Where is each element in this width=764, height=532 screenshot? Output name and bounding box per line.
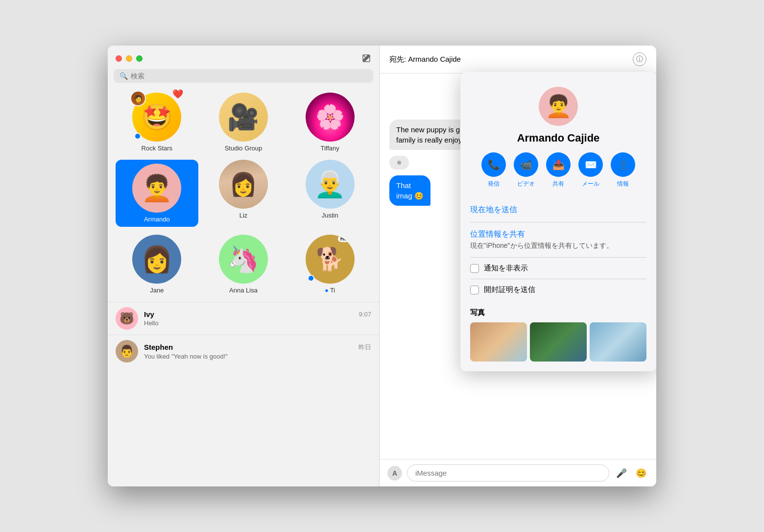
pinned-contact-ti[interactable]: 🐕 Hey! ●Ti <box>288 235 371 294</box>
ivy-conv-name: Ivy <box>144 310 154 318</box>
justin-label: Justin <box>322 212 338 219</box>
traffic-lights <box>116 55 143 62</box>
tiffany-label: Tiffany <box>321 145 339 152</box>
typing-dot-1 <box>397 161 401 165</box>
search-input[interactable] <box>131 72 367 80</box>
detail-photo-2[interactable] <box>530 322 587 362</box>
jane-emoji: 👩 <box>141 244 173 274</box>
anna-lisa-emoji: 🦄 <box>227 244 259 274</box>
location-share-item[interactable]: 位置情報を共有 現在"iPhone"から位置情報を共有しています。 <box>470 222 646 258</box>
pinned-contact-justin[interactable]: 👨‍🦳 Justin <box>288 160 371 227</box>
share-icon: 📤 <box>552 159 565 170</box>
justin-emoji: 👨‍🦳 <box>314 169 346 199</box>
armando-avatar-emoji: 🧑‍🦱 <box>141 173 173 203</box>
receipt-label: 開封証明を送信 <box>484 285 535 294</box>
info-action-label: 情報 <box>617 180 629 188</box>
chat-title-name: Armando Cajide <box>408 55 461 63</box>
detail-action-call[interactable]: 📞 発信 <box>481 152 506 188</box>
left-panel: 🔍 🤩 🧑 ❤️ Rock Stars <box>108 46 380 486</box>
rock-stars-label: Rock Stars <box>142 145 173 152</box>
location-share-label: 位置情報を共有 <box>470 230 525 238</box>
mute-label: 通知を非表示 <box>484 264 528 273</box>
emoji-icon: 😊 <box>636 468 646 479</box>
mail-label: メール <box>582 180 599 188</box>
info-icon: ⓘ <box>636 55 643 64</box>
pinned-contact-rock-stars[interactable]: 🤩 🧑 ❤️ Rock Stars <box>116 93 198 152</box>
mute-notifications-row[interactable]: 通知を非表示 <box>470 258 646 279</box>
share-label: 共有 <box>552 180 564 188</box>
jane-avatar: 👩 <box>132 235 181 284</box>
share-icon-bg: 📤 <box>546 152 571 177</box>
video-icon-bg: 📹 <box>514 152 538 177</box>
info-action-icon-bg: 👤 <box>611 152 635 177</box>
right-panel: 宛先: Armando Cajide ⓘ It wasthe ot... The… <box>380 46 656 486</box>
location-send-label: 現在地を送信 <box>470 205 517 214</box>
stephen-conv-avatar: 👨 <box>116 340 138 363</box>
rock-stars-avatar-wrap: 🤩 🧑 ❤️ <box>132 93 181 142</box>
detail-photos-section: 写真 <box>460 300 656 362</box>
chat-title-prefix: 宛先: <box>389 55 408 63</box>
detail-action-share[interactable]: 📤 共有 <box>546 152 571 188</box>
info-action-icon: 👤 <box>617 159 629 170</box>
detail-action-video[interactable]: 📹 ビデオ <box>514 152 538 188</box>
detail-photo-3[interactable] <box>590 322 646 362</box>
ti-label: ●Ti <box>325 287 335 294</box>
conversation-item-ivy[interactable]: 🐻 Ivy 9:07 Hello <box>108 302 379 335</box>
message-out-2-text: Thatimag 😊 <box>396 181 424 200</box>
audio-button[interactable]: 🎤 <box>614 466 629 481</box>
message-out-2: Thatimag 😊 <box>389 175 430 206</box>
detail-action-info[interactable]: 👤 情報 <box>611 152 635 188</box>
compose-button[interactable] <box>361 53 371 63</box>
armando-label: Armando <box>144 216 170 223</box>
location-share-desc: 現在"iPhone"から位置情報を共有しています。 <box>470 242 646 250</box>
pinned-contact-liz[interactable]: 👩 Liz <box>202 160 285 227</box>
pinned-contact-tiffany[interactable]: 🌸 Tiffany <box>288 93 371 152</box>
justin-avatar: 👨‍🦳 <box>306 160 355 209</box>
studio-group-emoji: 🎥 <box>227 102 259 132</box>
minimize-button[interactable] <box>126 55 132 62</box>
detail-avatar: 🧑‍🦱 <box>539 87 578 126</box>
photos-grid <box>470 322 646 362</box>
pinned-contact-studio-group[interactable]: 🎥 Studio Group <box>202 93 285 152</box>
receipt-checkbox[interactable] <box>470 286 479 294</box>
mute-checkbox[interactable] <box>470 264 479 273</box>
emoji-button[interactable]: 😊 <box>634 466 648 481</box>
ivy-conv-avatar: 🐻 <box>116 307 138 330</box>
pinned-contact-armando[interactable]: 🧑‍🦱 Armando <box>116 160 198 227</box>
liz-avatar-wrap: 👩 <box>219 160 268 209</box>
detail-action-mail[interactable]: ✉️ メール <box>578 152 603 188</box>
photos-title: 写真 <box>470 308 646 317</box>
pinned-row-2: 🧑‍🦱 Armando 👩 Liz 👨‍🦳 <box>108 156 379 231</box>
stephen-conv-time: 昨日 <box>358 343 371 352</box>
title-bar <box>108 46 379 67</box>
pinned-contact-jane[interactable]: 👩 Jane <box>116 235 198 294</box>
location-send-item[interactable]: 現在地を送信 <box>470 198 646 222</box>
rock-stars-unread-dot <box>134 133 141 140</box>
search-icon: 🔍 <box>119 72 128 80</box>
liz-label: Liz <box>239 212 248 219</box>
maximize-button[interactable] <box>136 55 143 62</box>
search-bar[interactable]: 🔍 <box>114 69 373 83</box>
info-button[interactable]: ⓘ <box>633 52 646 66</box>
call-label: 発信 <box>488 180 500 188</box>
close-button[interactable] <box>116 55 122 62</box>
stephen-conv-content: Stephen 昨日 You liked "Yeah now is good!" <box>144 343 371 360</box>
ti-emoji: 🐕 <box>316 246 344 272</box>
apps-button[interactable]: A <box>387 466 402 481</box>
detail-header: 🧑‍🦱 Armando Cajide 📞 発信 📹 ビデオ <box>460 72 656 198</box>
studio-group-avatar-wrap: 🎥 <box>219 93 268 142</box>
message-input[interactable] <box>407 464 609 482</box>
ti-avatar-wrap: 🐕 Hey! <box>306 235 355 284</box>
conversation-item-stephen[interactable]: 👨 Stephen 昨日 You liked "Yeah now is good… <box>108 335 379 367</box>
ti-unread-dot <box>308 275 314 282</box>
video-label: ビデオ <box>517 180 535 188</box>
detail-name: Armando Cajide <box>517 132 600 145</box>
typing-indicator <box>389 156 409 169</box>
pinned-contact-anna-lisa[interactable]: 🦄 Anna Lisa <box>202 235 285 294</box>
detail-photo-1[interactable] <box>470 322 527 362</box>
detail-section: 現在地を送信 位置情報を共有 現在"iPhone"から位置情報を共有しています。… <box>460 198 656 300</box>
read-receipt-row[interactable]: 開封証明を送信 <box>470 279 646 300</box>
rock-stars-heart: ❤️ <box>172 89 183 99</box>
stephen-conv-preview: You liked "Yeah now is good!" <box>144 353 371 360</box>
justin-avatar-wrap: 👨‍🦳 <box>306 160 355 209</box>
